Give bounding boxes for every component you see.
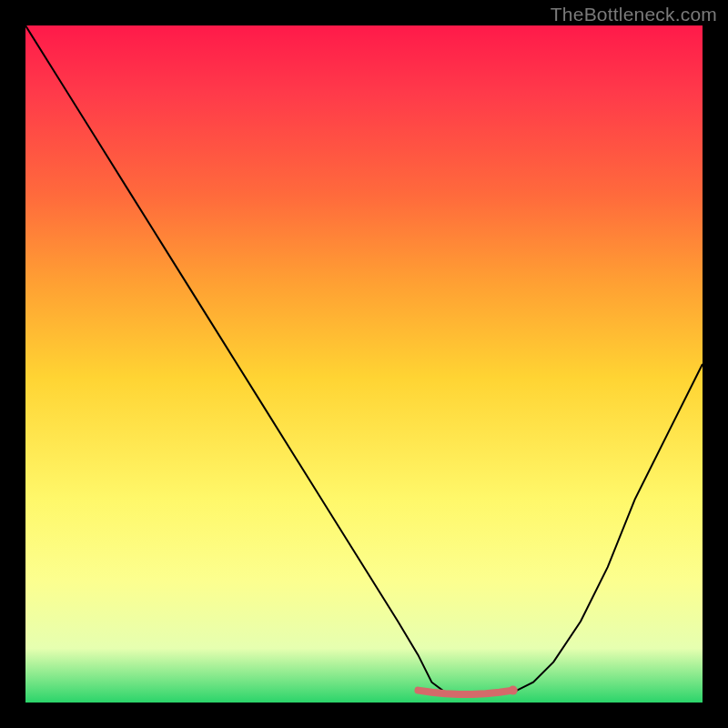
bottleneck-curve: [25, 25, 703, 696]
curve-svg: [25, 25, 703, 703]
watermark-text: TheBottleneck.com: [551, 4, 717, 25]
chart-frame: TheBottleneck.com: [0, 0, 728, 728]
bottleneck-band-end-dot: [509, 686, 518, 695]
bottleneck-band: [419, 691, 513, 695]
plot-area: [25, 25, 703, 703]
